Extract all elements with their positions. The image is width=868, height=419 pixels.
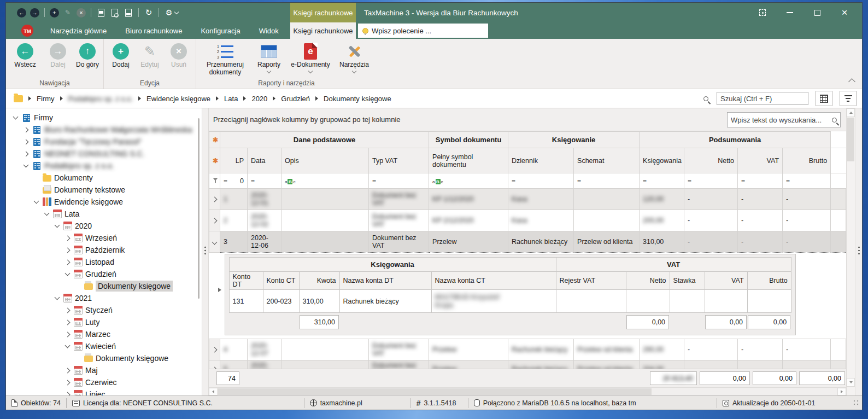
chevron-down-icon[interactable]	[13, 114, 19, 120]
breadcrumb-item-2020[interactable]: 2020	[251, 95, 267, 103]
vertical-scroll-thumb[interactable]	[847, 118, 854, 161]
vertical-scrollbar[interactable]	[846, 108, 855, 395]
table-row[interactable]: 2 2020-12-02 Dokument bez VAT KP 2/12/20…	[209, 210, 846, 231]
chevron-right-icon[interactable]	[24, 151, 29, 156]
horizontal-scroll-thumb[interactable]	[218, 388, 652, 395]
tree-item-maj[interactable]: Maj	[6, 364, 202, 376]
filter-ksiegowania[interactable]: =	[640, 173, 684, 189]
contextual-tab-header[interactable]: Księgi rachunkowe	[290, 3, 356, 22]
detail-column-vat[interactable]: VAT	[705, 272, 747, 290]
grid-view-button[interactable]	[816, 91, 832, 106]
column-header-lp[interactable]: LP	[220, 148, 248, 173]
detail-column-nazwa-ct[interactable]: Nazwa konta CT	[431, 272, 556, 290]
tree-item-marzec[interactable]: Marzec	[6, 328, 202, 340]
breadcrumb-item-grudzien[interactable]: Grudzień	[281, 95, 310, 103]
chevron-down-icon[interactable]	[55, 295, 60, 300]
add-button[interactable]: + Dodaj	[107, 42, 134, 69]
row-expander[interactable]	[209, 210, 220, 231]
chevron-right-icon[interactable]	[24, 127, 29, 132]
column-header-typ-vat[interactable]: Typ VAT	[369, 148, 429, 173]
tree-splitter[interactable]	[202, 108, 208, 395]
chevron-down-icon[interactable]	[24, 162, 29, 168]
column-header-schemat[interactable]: Schemat	[574, 148, 640, 173]
chevron-right-icon[interactable]	[65, 259, 71, 265]
print-preview-icon[interactable]	[110, 8, 120, 18]
tree-item-kwiecien[interactable]: Kwiecień	[6, 340, 202, 352]
detail-column-nazwa-dt[interactable]: Nazwa konta DT	[339, 272, 431, 290]
filter-schemat[interactable]: =	[574, 173, 640, 189]
app-logo[interactable]: TM	[21, 25, 33, 37]
status-website[interactable]: taxmachine.pl	[304, 398, 410, 408]
column-header-dziennik[interactable]: Dziennik	[508, 148, 574, 173]
filter-dziennik[interactable]: =	[508, 173, 574, 189]
scroll-down-button[interactable]	[847, 378, 855, 387]
column-header-brutto[interactable]: Brutto	[783, 148, 831, 173]
horizontal-scrollbar[interactable]	[209, 387, 846, 395]
tree-item-grudzien[interactable]: Grudzień	[6, 268, 202, 280]
column-header-data[interactable]: Data	[248, 148, 281, 173]
breadcrumb-item-firmy[interactable]: Firmy	[37, 95, 55, 103]
tab-widok[interactable]: Widok	[250, 22, 288, 39]
band-ksiegowanie[interactable]: Księgowanie	[508, 132, 640, 148]
forward-icon[interactable]: →	[30, 8, 39, 18]
detail-column-konto-ct[interactable]: Konto CT	[263, 272, 299, 290]
up-button[interactable]: ↑ Do góry	[75, 42, 100, 69]
table-row[interactable]: 5 2020-12-07 Dokument bez VAT Przelew Ra…	[209, 360, 846, 369]
group-by-bar[interactable]: Przeciągnij nagłówek kolumny by grupować…	[209, 108, 846, 131]
tree-item-styczen[interactable]: Styczeń	[6, 304, 202, 316]
chevron-right-icon[interactable]	[65, 368, 71, 373]
tree-item-dokumenty[interactable]: Dokumenty	[6, 172, 202, 184]
column-header-opis[interactable]: Opis	[281, 148, 369, 173]
filter-lp[interactable]: =0	[220, 173, 248, 189]
pdf-icon[interactable]	[124, 8, 133, 18]
scroll-up-button[interactable]	[847, 108, 855, 117]
band-podsumowania[interactable]: Podsumowania	[640, 132, 831, 148]
chevron-down-icon[interactable]	[65, 271, 71, 276]
reports-button[interactable]: Raporty	[252, 42, 286, 73]
maximize-button[interactable]	[805, 4, 829, 21]
filter-indicator-cell[interactable]	[209, 173, 220, 189]
tools-button[interactable]: Narzędzia	[335, 42, 373, 73]
tab-ksiegi-rachunkowe-active[interactable]: Księgi rachunkowe	[290, 22, 356, 39]
detail-column-kwota[interactable]: Kwota	[299, 272, 339, 290]
edit-button[interactable]: ✎ Edytuj	[136, 42, 164, 69]
tree-item-lipiec[interactable]: Lipiec	[6, 388, 202, 395]
print-icon[interactable]	[96, 8, 106, 18]
tree-item-dokumenty-ksiegowe[interactable]: Dokumenty księgowe	[6, 352, 202, 364]
tree-item-listopad[interactable]: Listopad	[6, 256, 202, 268]
tree-item-2020[interactable]: 2020	[6, 220, 202, 232]
grid-search-input[interactable]	[731, 116, 830, 124]
detail-column-rejestr-vat[interactable]: Rejestr VAT	[556, 272, 626, 290]
chevron-right-icon[interactable]	[65, 247, 71, 253]
right-panel-splitter[interactable]	[855, 108, 862, 395]
detail-column-brutto[interactable]: Brutto	[747, 272, 791, 290]
tab-narzedzia-glowne[interactable]: Narzędzia główne	[41, 22, 116, 39]
back-icon[interactable]: ←	[17, 8, 26, 18]
breadcrumb-item-dokumenty[interactable]: Dokumenty księgowe	[324, 95, 391, 103]
table-row-selected[interactable]: 3 2020-12-06 Dokument bez VAT Przelew Ra…	[209, 231, 846, 253]
tab-konfiguracja[interactable]: Konfiguracja	[191, 22, 249, 39]
filter-brutto[interactable]: =	[783, 173, 831, 189]
row-expander[interactable]	[209, 189, 220, 210]
tree-item-luty[interactable]: Luty	[6, 316, 202, 328]
chevron-right-icon[interactable]	[65, 331, 71, 337]
delete-button[interactable]: × Usuń	[165, 42, 192, 69]
chevron-right-icon[interactable]	[24, 139, 29, 144]
table-row[interactable]: 1 2020-12-01 Dokument bez VAT KP 1/12/20…	[209, 189, 846, 210]
tree-item-company[interactable]: NEONET CONSULTING S.C.	[6, 148, 202, 160]
tree-item-company[interactable]: Fundacja "Tęczowy Parasol"	[6, 136, 202, 148]
breadcrumb-item-company[interactable]: Podatkipro sp. z o.o.	[68, 95, 133, 103]
chevron-right-icon[interactable]	[65, 307, 71, 313]
tree-scrollbar[interactable]	[198, 118, 200, 299]
forward-button[interactable]: → Dalej	[42, 42, 74, 69]
detail-column-stawka[interactable]: Stawka	[670, 272, 705, 290]
chevron-down-icon[interactable]	[34, 199, 39, 204]
chevron-right-icon[interactable]	[65, 235, 71, 241]
filter-data[interactable]: =	[248, 173, 281, 189]
breadcrumb-item-lata[interactable]: Lata	[224, 95, 238, 103]
tree-item-lata[interactable]: Lata	[6, 208, 202, 220]
tree-item-firmy[interactable]: Firmy	[6, 112, 202, 124]
search-input[interactable]	[717, 92, 808, 105]
close-button[interactable]: ×	[832, 4, 857, 21]
scroll-right-button[interactable]	[837, 388, 846, 395]
